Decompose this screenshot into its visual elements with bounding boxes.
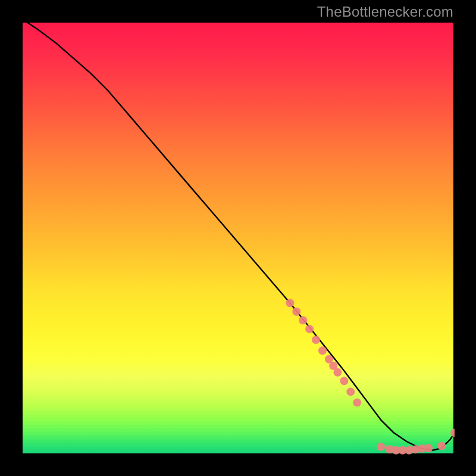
- curve-marker: [377, 443, 385, 451]
- bottleneck-curve-line: [26, 21, 455, 450]
- curve-marker: [340, 377, 348, 385]
- curve-markers-group: [286, 299, 455, 455]
- chart-frame: TheBottlenecker.com: [0, 0, 476, 476]
- curve-marker: [312, 336, 320, 344]
- curve-marker: [299, 316, 307, 324]
- plot-area: [21, 21, 455, 455]
- curve-marker: [286, 299, 294, 307]
- curve-marker: [305, 325, 314, 333]
- curve-marker: [424, 444, 433, 452]
- watermark-text: TheBottlenecker.com: [317, 4, 453, 20]
- curve-marker: [450, 429, 455, 437]
- curve-marker: [346, 387, 355, 396]
- curve-marker: [437, 441, 446, 450]
- chart-svg: [21, 21, 455, 455]
- curve-marker: [333, 368, 342, 377]
- curve-marker: [292, 308, 300, 316]
- curve-marker: [318, 346, 327, 355]
- curve-marker: [353, 399, 361, 407]
